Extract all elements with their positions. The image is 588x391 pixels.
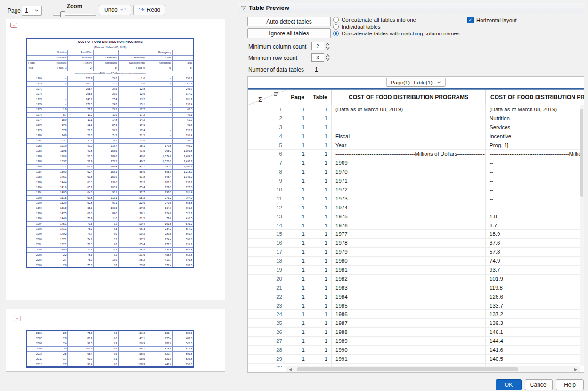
pdf-table-cell: 7.8: [118, 81, 146, 86]
pdf-table-cell: --: [146, 107, 173, 112]
table-row[interactable]: 24111986137.2: [248, 310, 584, 319]
table-row[interactable]: 411FiscalIncentive: [248, 132, 584, 141]
pdf-table-cell: 75.2: [68, 226, 94, 232]
pdf-table-cell: --: [146, 128, 173, 133]
grid-corner-cell[interactable]: Σ: [248, 90, 286, 105]
horizontal-scrollbar-thumb[interactable]: [297, 367, 518, 371]
column-header-cost-1[interactable]: COST OF FOOD DISTRIBUTION PROGRAMS: [332, 90, 486, 105]
spin-down-icon[interactable]: [326, 58, 330, 61]
horizontal-layout-label: Horizontal layout: [476, 17, 517, 23]
min-row-count-input[interactable]: 3: [311, 53, 324, 62]
table-row[interactable]: 1911198193.7: [248, 266, 584, 275]
pdf-table-cell: 84.0: [94, 211, 119, 216]
ok-button[interactable]: OK: [496, 379, 522, 390]
table-row[interactable]: 26111988146.1: [248, 328, 584, 337]
table-cell: 1: [309, 257, 332, 265]
horizontal-layout-checkbox-row[interactable]: ✓ Horizontal layout: [467, 17, 517, 23]
table-row[interactable]: 141119768.7: [248, 221, 584, 230]
spin-up-icon[interactable]: [326, 43, 330, 46]
column-header-page[interactable]: Page: [286, 90, 309, 105]
ignore-all-tables-button[interactable]: Ignore all tables: [247, 28, 331, 38]
table-row[interactable]: 29111991140.5: [248, 355, 584, 364]
scroll-right-icon[interactable]: ▶: [573, 367, 579, 371]
table-cell: 1: [309, 337, 332, 345]
radio-option-3[interactable]: Concatenate tables with matching column …: [333, 30, 460, 37]
table-row[interactable]: 8111970--: [248, 167, 584, 176]
row-number-cell: 4: [248, 132, 286, 141]
pdf-table-cell: 14.2: [118, 117, 146, 123]
min-column-count-stepper[interactable]: [326, 42, 331, 50]
checkbox-checked-icon[interactable]: ✓: [467, 17, 474, 23]
table-row[interactable]: 20111982101.9: [248, 275, 584, 283]
pdf-table-cell: 372.4: [146, 263, 173, 268]
table-row[interactable]: 12111974--: [248, 203, 584, 212]
data-cell-2: 141.6: [486, 346, 584, 354]
table-row[interactable]: 1511197718.9: [248, 230, 584, 239]
table-selector-dropdown[interactable]: Page(1) Table(1): [386, 78, 446, 87]
pdf-table-cell: 270.8: [146, 200, 173, 206]
pdf-table-cell: Emergency: [146, 50, 173, 55]
disclosure-triangle-icon[interactable]: [241, 6, 246, 10]
table-row[interactable]: 611-------------------------------------…: [248, 150, 584, 158]
pdf-detected-table-page1[interactable]: COST OF FOOD DISTRIBUTION PROGRAMS(Data …: [26, 38, 194, 268]
red-triangle-menu-button[interactable]: ▾: [10, 23, 17, 28]
pane-splitter[interactable]: [237, 0, 237, 375]
pdf-table-cell: 895.0: [146, 169, 173, 175]
column-menu-icon[interactable]: [274, 92, 279, 96]
table-row[interactable]: 1711197957.8: [248, 248, 584, 257]
pdf-table-cell: 144.6: [43, 216, 68, 221]
column-header-cost-2[interactable]: COST OF FOOD DISTRIBUTION PROGRAMS: [486, 90, 584, 105]
table-row[interactable]: 211Nutrition: [248, 114, 584, 123]
red-triangle-menu-button[interactable]: ▾: [14, 316, 21, 321]
pdf-table-cell: 2003: [27, 252, 43, 258]
table-row[interactable]: 131119751.8: [248, 212, 584, 221]
radio-unselected-icon[interactable]: [333, 17, 339, 23]
scroll-left-icon[interactable]: ◀: [287, 367, 293, 371]
pdf-page-thumbnail-1[interactable]: ▾ COST OF FOOD DISTRIBUTION PROGRAMS(Dat…: [6, 19, 225, 300]
radio-unselected-icon[interactable]: [333, 24, 339, 30]
pdf-detected-table-page2[interactable]: 20062.975.82.9131.0200.4529.020072.880.9…: [26, 330, 194, 368]
table-row[interactable]: 111(Data as of March 08, 2019)(Data as o…: [248, 105, 584, 114]
zoom-slider-track[interactable]: [53, 14, 96, 16]
vertical-scrollbar[interactable]: [580, 105, 584, 366]
redo-button[interactable]: ↷ Redo: [133, 5, 165, 15]
table-row[interactable]: 25111987139.3: [248, 319, 584, 328]
zoom-slider[interactable]: [53, 11, 96, 18]
table-row[interactable]: 10111972--: [248, 185, 584, 194]
pdf-page-thumbnail-2[interactable]: ▾ 20062.975.82.9131.0200.4529.020072.880…: [6, 309, 225, 372]
table-row[interactable]: 11111973--: [248, 194, 584, 203]
help-button[interactable]: Help: [556, 379, 584, 390]
table-row[interactable]: 511YearProg. 1]: [248, 141, 584, 150]
table-row[interactable]: 21111983119.8: [248, 283, 584, 292]
undo-button[interactable]: Undo ↶: [99, 5, 131, 15]
radio-option-2[interactable]: Individual tables: [333, 24, 460, 31]
auto-detect-tables-button[interactable]: Auto-detect tables: [247, 17, 331, 26]
cancel-button[interactable]: Cancel: [525, 379, 553, 390]
table-row[interactable]: 1811198074.9: [248, 257, 584, 266]
min-row-count-stepper[interactable]: [326, 53, 331, 62]
horizontal-scrollbar[interactable]: ◀ ▶: [286, 366, 580, 372]
pdf-table-cell: 1990: [27, 185, 43, 190]
spin-down-icon[interactable]: [326, 47, 330, 50]
table-row[interactable]: 311Services: [248, 123, 584, 132]
summation-icon[interactable]: Σ: [258, 96, 262, 103]
table-row[interactable]: 9111971--: [248, 176, 584, 185]
page-select[interactable]: 1: [22, 6, 42, 16]
column-header-table[interactable]: Table: [309, 90, 332, 105]
zoom-slider-thumb[interactable]: [60, 11, 65, 17]
table-row[interactable]: 22111984126.6: [248, 292, 584, 301]
vertical-scrollbar-thumb[interactable]: [580, 109, 583, 197]
pdf-table-cell: 0.0: [94, 336, 119, 341]
radio-option-1[interactable]: Concatenate all tables into one: [333, 17, 460, 24]
table-row[interactable]: 1611197837.6: [248, 239, 584, 248]
min-column-count-input[interactable]: 2: [311, 42, 324, 50]
radio-selected-icon[interactable]: [333, 31, 339, 36]
pdf-table-cell: Assistance: [146, 60, 173, 66]
table-row[interactable]: 23111985133.7: [248, 301, 584, 310]
spin-up-icon[interactable]: [326, 54, 330, 57]
data-cell-2: 37.6: [486, 239, 584, 247]
pdf-table-cell: 92.1: [94, 190, 119, 195]
table-row[interactable]: 7111969--: [248, 158, 584, 167]
table-row[interactable]: 27111989144.4: [248, 337, 584, 346]
table-row[interactable]: 28111990141.6: [248, 346, 584, 355]
